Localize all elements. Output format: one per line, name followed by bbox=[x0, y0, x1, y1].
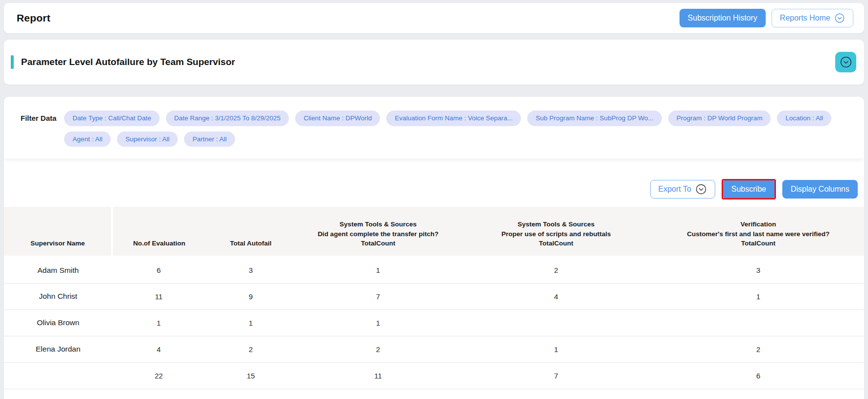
filter-pills: Date Type : Call/Chat Date Date Range : … bbox=[64, 111, 850, 147]
subscribe-label: Subscribe bbox=[731, 185, 766, 194]
filter-pill-supervisor[interactable]: Supervisor : All bbox=[117, 132, 178, 147]
value-cell bbox=[460, 310, 653, 336]
value-cell: 1 bbox=[112, 310, 205, 336]
value-cell: 1 bbox=[460, 336, 653, 362]
supervisor-name-cell: Adam Smith bbox=[4, 257, 112, 283]
export-to-label: Export To bbox=[658, 185, 691, 194]
column-header-verification[interactable]: Verification Customer's first and last n… bbox=[653, 207, 864, 257]
subscribe-button[interactable]: Subscribe bbox=[723, 180, 774, 198]
title-accent-bar bbox=[11, 55, 14, 69]
value-cell: 2 bbox=[460, 257, 653, 283]
table-totals-row: 22 15 11 7 6 bbox=[4, 362, 864, 389]
report-content-card: Filter Data Date Type : Call/Chat Date D… bbox=[4, 97, 864, 399]
column-header-total-autofail[interactable]: Total Autofail bbox=[205, 207, 296, 257]
supervisor-name-cell: Olivia Brown bbox=[4, 310, 112, 336]
table-row: Olivia Brown 1 1 1 bbox=[4, 310, 864, 336]
value-cell: 3 bbox=[653, 257, 864, 283]
totals-cell: 6 bbox=[653, 362, 864, 389]
value-cell: 3 bbox=[205, 257, 296, 283]
supervisor-name-cell: Elena Jordan bbox=[4, 336, 112, 362]
display-columns-label: Display Columns bbox=[791, 185, 849, 194]
value-cell: 7 bbox=[296, 283, 460, 310]
supervisor-name-cell: John Christ bbox=[4, 283, 112, 310]
table-toolbar: Export To Subscribe Display Columns bbox=[4, 159, 864, 200]
reports-home-label: Reports Home bbox=[780, 14, 830, 22]
table-row: John Christ 11 9 7 4 1 bbox=[4, 283, 864, 310]
subscription-history-button[interactable]: Subscription History bbox=[680, 9, 766, 27]
display-columns-button[interactable]: Display Columns bbox=[782, 180, 858, 199]
totals-cell: 11 bbox=[296, 362, 460, 389]
top-bar: Report Subscription History Reports Home bbox=[4, 3, 864, 33]
value-cell: 1 bbox=[205, 310, 296, 336]
totals-cell: 7 bbox=[460, 362, 653, 389]
value-cell bbox=[653, 310, 864, 336]
value-cell: 4 bbox=[112, 336, 205, 362]
value-cell: 2 bbox=[205, 336, 296, 362]
subscribe-highlight-box: Subscribe bbox=[722, 179, 776, 200]
value-cell: 6 bbox=[112, 257, 205, 283]
value-cell: 1 bbox=[296, 257, 460, 283]
report-header-card: Parameter Level Autofailure by Team Supe… bbox=[4, 40, 864, 85]
value-cell: 1 bbox=[653, 283, 864, 310]
table-body: Adam Smith 6 3 1 2 3 John Christ 11 9 7 … bbox=[4, 257, 864, 389]
value-cell: 1 bbox=[296, 310, 460, 336]
reports-home-button[interactable]: Reports Home bbox=[772, 9, 853, 27]
filter-section: Filter Data Date Type : Call/Chat Date D… bbox=[4, 97, 864, 159]
filter-pill-evaluation-form[interactable]: Evaluation Form Name : Voice Separa... bbox=[386, 111, 521, 126]
chevron-down-circle-icon bbox=[834, 13, 845, 23]
filter-pill-client-name[interactable]: Client Name : DPWorld bbox=[295, 111, 380, 126]
column-header-supervisor-name[interactable]: Supervisor Name bbox=[4, 207, 112, 257]
totals-empty-cell bbox=[4, 362, 112, 389]
chevron-down-circle-icon bbox=[695, 183, 707, 195]
autofailure-table: Supervisor Name No.of Evaluation Total A… bbox=[4, 207, 864, 389]
filter-pill-partner[interactable]: Partner : All bbox=[184, 132, 235, 147]
table-row: Adam Smith 6 3 1 2 3 bbox=[4, 257, 864, 283]
column-header-transfer-pitch[interactable]: System Tools & Sources Did agent complet… bbox=[296, 207, 460, 257]
filter-pill-location[interactable]: Location : All bbox=[777, 111, 831, 126]
totals-cell: 22 bbox=[112, 362, 205, 389]
topbar-actions: Subscription History Reports Home bbox=[680, 9, 853, 27]
subscription-history-label: Subscription History bbox=[688, 14, 757, 22]
table-row: Elena Jordan 4 2 2 1 2 bbox=[4, 336, 864, 362]
value-cell: 11 bbox=[112, 283, 205, 310]
chevron-down-circle-icon bbox=[840, 56, 852, 68]
filter-pill-sub-program[interactable]: Sub Program Name : SubProg DP Wo... bbox=[527, 111, 661, 126]
filter-pill-program[interactable]: Program : DP World Program bbox=[668, 111, 771, 126]
table-header: Supervisor Name No.of Evaluation Total A… bbox=[4, 207, 864, 257]
column-header-scripts-rebuttals[interactable]: System Tools & Sources Proper use of scr… bbox=[460, 207, 653, 257]
value-cell: 2 bbox=[296, 336, 460, 362]
totals-cell: 15 bbox=[205, 362, 296, 389]
collapse-report-button[interactable] bbox=[835, 52, 856, 72]
value-cell: 2 bbox=[653, 336, 864, 362]
filter-pill-agent[interactable]: Agent : All bbox=[64, 132, 111, 147]
filter-data-label: Filter Data bbox=[21, 111, 56, 147]
page-title: Report bbox=[17, 12, 50, 24]
value-cell: 4 bbox=[460, 283, 653, 310]
column-header-no-of-evaluation[interactable]: No.of Evaluation bbox=[112, 207, 205, 257]
filter-pill-date-range[interactable]: Date Range : 3/1/2025 To 8/29/2025 bbox=[166, 111, 289, 126]
export-to-button[interactable]: Export To bbox=[650, 180, 715, 199]
value-cell: 9 bbox=[205, 283, 296, 310]
filter-pill-date-type[interactable]: Date Type : Call/Chat Date bbox=[64, 111, 159, 126]
report-title: Parameter Level Autofailure by Team Supe… bbox=[21, 57, 835, 67]
